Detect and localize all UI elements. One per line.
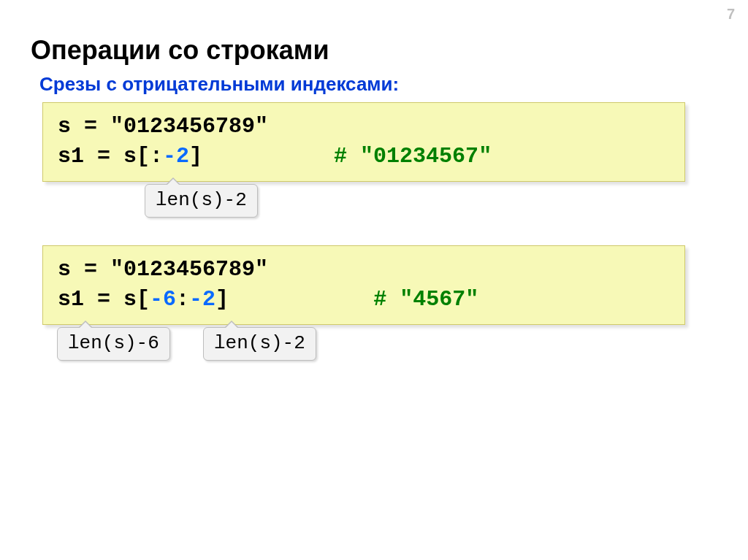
code-text: ] xyxy=(215,287,229,312)
code-comment: # "01234567" xyxy=(334,144,492,169)
code-gap xyxy=(202,144,334,169)
code-text: s1 = s[ xyxy=(58,287,150,312)
code-text: ] xyxy=(189,144,202,169)
code-line: s = "0123456789" xyxy=(58,112,670,142)
page-number: 7 xyxy=(727,6,735,23)
callout-len-s-minus-2: len(s)-2 xyxy=(203,327,316,361)
negative-index: -2 xyxy=(163,144,189,169)
code-text: s1 = s[: xyxy=(58,144,163,169)
code-text: s = xyxy=(58,114,110,139)
code-gap xyxy=(229,287,373,312)
page-title: Операции со строками xyxy=(31,35,329,66)
code-comment: # "4567" xyxy=(373,287,478,312)
negative-index: -6 xyxy=(150,287,176,312)
code-text: : xyxy=(176,287,189,312)
code-block-2: s = "0123456789" s1 = s[-6:-2] # "4567" xyxy=(42,245,685,325)
code-text: s = xyxy=(58,257,110,282)
subtitle: Срезы с отрицательными индексами: xyxy=(39,73,399,96)
callout-len-s-minus-6: len(s)-6 xyxy=(57,327,170,361)
string-literal: "0123456789" xyxy=(110,257,268,282)
callout-len-s-minus-2: len(s)-2 xyxy=(145,184,258,218)
negative-index: -2 xyxy=(189,287,215,312)
code-line: s1 = s[:-2] # "01234567" xyxy=(58,142,670,172)
code-line: s = "0123456789" xyxy=(58,255,670,285)
code-line: s1 = s[-6:-2] # "4567" xyxy=(58,285,670,315)
string-literal: "0123456789" xyxy=(110,114,268,139)
code-block-1: s = "0123456789" s1 = s[:-2] # "01234567… xyxy=(42,102,685,182)
